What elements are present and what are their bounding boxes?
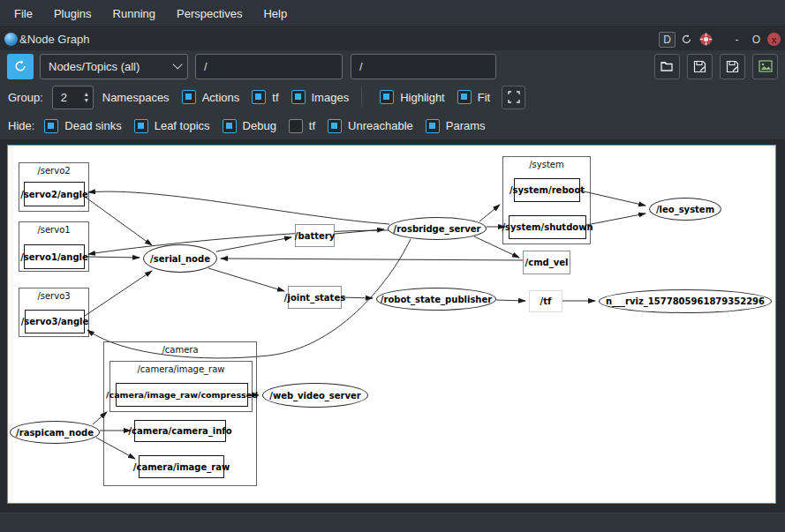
edge-rosbridge-servo3angle xyxy=(87,239,411,358)
hide-label: Hide: xyxy=(8,119,34,132)
unreachable-checkbox[interactable] xyxy=(328,119,342,133)
group-depth-value: 2 xyxy=(53,91,85,104)
topic-camera-image-raw[interactable]: /camera/image_raw xyxy=(139,455,224,478)
highlight-checkbox[interactable] xyxy=(380,90,394,104)
highlight-label: Highlight xyxy=(400,91,445,104)
edge-rosbridge-servo2angle xyxy=(88,191,389,224)
menu-plugins[interactable]: Plugins xyxy=(43,3,102,25)
graph-toolbar: Nodes/Topics (all) / / xyxy=(0,50,785,82)
dead-sinks-label: Dead sinks xyxy=(64,119,121,132)
refresh-graph-button[interactable] xyxy=(7,54,34,79)
checkbox-unreachable[interactable]: Unreachable xyxy=(328,119,413,133)
group-depth-spinbox[interactable]: 2 ▴▾ xyxy=(52,86,94,109)
graph-type-value: Nodes/Topics (all) xyxy=(49,60,172,73)
fit-label: Fit xyxy=(478,91,490,104)
edge-servo1angle-serial xyxy=(87,257,140,258)
save-dot-button[interactable] xyxy=(687,54,713,79)
menu-help[interactable]: Help xyxy=(253,3,298,25)
hide-tf-label: tf xyxy=(309,119,315,132)
graph-type-select[interactable]: Nodes/Topics (all) xyxy=(40,54,188,79)
menu-perspectives[interactable]: Perspectives xyxy=(166,3,253,25)
load-dot-button[interactable] xyxy=(654,54,680,79)
edge-cmdvel-serial xyxy=(221,259,523,260)
graph-canvas[interactable]: /servo2 /servo1 /servo3 /system /camera … xyxy=(7,145,776,504)
folder-open-icon xyxy=(660,60,675,72)
hide-tf-checkbox[interactable] xyxy=(289,119,303,133)
images-checkbox[interactable] xyxy=(291,90,306,104)
dock-d-button[interactable]: D xyxy=(659,32,676,48)
topic-servo1-angle[interactable]: /servo1/angle xyxy=(24,244,85,269)
params-label: Params xyxy=(446,119,486,132)
menu-running[interactable]: Running xyxy=(102,3,166,25)
edge-shutdown-leo xyxy=(586,214,645,225)
topic-tf[interactable]: /tf xyxy=(529,290,562,312)
topic-camera-compressed[interactable]: /camera/image_raw/compressed xyxy=(116,383,248,407)
save-image-button[interactable] xyxy=(752,54,778,79)
topic-filter-input[interactable]: / xyxy=(351,54,496,79)
topic-servo2-angle[interactable]: /servo2/angle xyxy=(24,182,85,206)
topic-system-shutdown[interactable]: /system/shutdown xyxy=(509,215,586,239)
debug-checkbox[interactable] xyxy=(223,119,237,133)
topic-filter-value: / xyxy=(359,60,363,73)
spinbox-arrows-icon[interactable]: ▴▾ xyxy=(85,91,93,103)
node-leo-system[interactable]: /leo_system xyxy=(649,198,721,221)
edge-rosbridge-reboot xyxy=(479,205,500,221)
save-as-icon xyxy=(726,60,739,73)
checkbox-dead-sinks[interactable]: Dead sinks xyxy=(44,119,121,133)
node-raspicam-node[interactable]: /raspicam_node xyxy=(10,421,100,444)
checkbox-leaf-topics[interactable]: Leaf topics xyxy=(134,119,210,133)
checkbox-params[interactable]: Params xyxy=(426,119,486,133)
node-filter-input[interactable]: / xyxy=(195,54,343,79)
reload-plugin-icon[interactable] xyxy=(678,32,695,48)
topic-servo3-angle[interactable]: /servo3/angle xyxy=(25,310,85,333)
edge-reboot-leo xyxy=(580,191,645,206)
topic-joint-states[interactable]: /joint_states xyxy=(288,286,342,309)
edge-jointstates-rsp xyxy=(342,297,373,298)
chevron-down-icon xyxy=(172,59,182,69)
checkbox-debug[interactable]: Debug xyxy=(223,119,276,133)
separator xyxy=(361,87,362,107)
checkbox-actions[interactable]: Actions xyxy=(182,90,240,104)
tf-group-checkbox[interactable] xyxy=(252,90,266,104)
dock-title: &Node Graph xyxy=(19,33,90,46)
edge-servo3angle-serial xyxy=(85,271,152,316)
dock-title-bar: &Node Graph D - O x xyxy=(0,28,785,50)
edge-servo2angle-serial xyxy=(85,197,152,245)
fit-checkbox[interactable] xyxy=(457,90,472,104)
menu-bar: File Plugins Running Perspectives Help xyxy=(0,0,785,27)
save-as-icon xyxy=(693,60,706,73)
topic-battery[interactable]: /battery xyxy=(295,224,335,247)
params-checkbox[interactable] xyxy=(426,119,440,133)
node-serial-node[interactable]: /serial_node xyxy=(143,244,217,273)
minimize-button[interactable]: - xyxy=(728,32,745,48)
edge-raspicam-compressed xyxy=(93,412,107,424)
help-lifebuoy-icon[interactable] xyxy=(698,32,714,48)
node-robot-state-publisher[interactable]: /robot_state_publisher xyxy=(376,288,496,311)
checkbox-hide-tf[interactable]: tf xyxy=(289,119,315,133)
edge-serial-jointstates xyxy=(208,268,284,291)
checkbox-images[interactable]: Images xyxy=(291,90,350,104)
close-button[interactable]: x xyxy=(767,33,781,46)
node-rosbridge-server[interactable]: /rosbridge_server xyxy=(388,217,487,240)
checkbox-fit[interactable]: Fit xyxy=(457,90,490,104)
topic-system-reboot[interactable]: /system/reboot xyxy=(514,178,580,202)
save-svg-button[interactable] xyxy=(720,54,745,79)
edge-rsp-tf xyxy=(496,300,525,301)
topic-cmd-vel[interactable]: /cmd_vel xyxy=(523,251,570,274)
topic-camera-info[interactable]: /camera/camera_info xyxy=(134,420,226,442)
bottom-strip xyxy=(0,513,785,532)
dead-sinks-checkbox[interactable] xyxy=(44,119,58,133)
leaf-topics-checkbox[interactable] xyxy=(134,119,148,133)
fit-in-view-button[interactable] xyxy=(502,86,525,109)
checkbox-highlight[interactable]: Highlight xyxy=(380,90,445,104)
node-web-video-server[interactable]: /web_video_server xyxy=(262,383,368,408)
edge-raspicam-imageraw xyxy=(96,438,135,459)
checkbox-tf-group[interactable]: tf xyxy=(252,90,278,104)
node-rviz[interactable]: n___rviz_1577805961879352296 xyxy=(599,289,772,313)
actions-checkbox[interactable] xyxy=(182,90,196,104)
group-options-row: Group: 2 ▴▾ Namespaces Actions tf Images… xyxy=(0,82,785,112)
leaf-topics-label: Leaf topics xyxy=(155,119,210,132)
edge-rosbridge-cmdvel xyxy=(474,236,519,258)
menu-file[interactable]: File xyxy=(4,3,43,25)
maximize-button[interactable]: O xyxy=(748,32,765,48)
